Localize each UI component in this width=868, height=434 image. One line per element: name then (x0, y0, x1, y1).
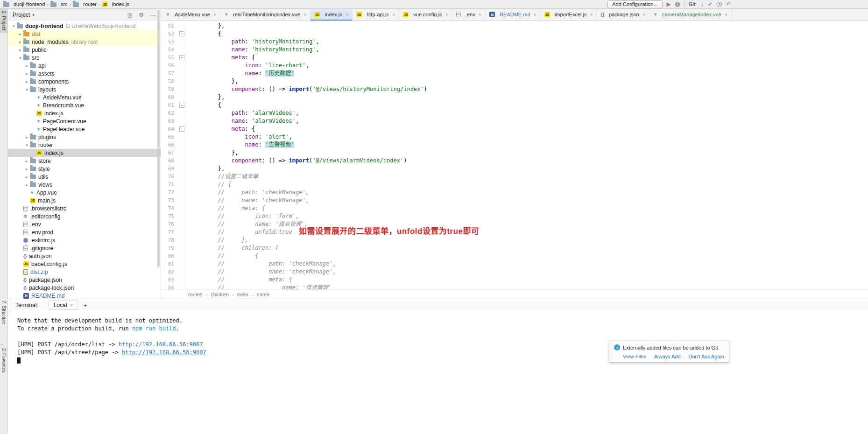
tree-item[interactable]: dist.zip (8, 268, 161, 276)
chevron-down-icon[interactable]: ▾ (17, 56, 23, 60)
tree-item[interactable]: ▸plugins (8, 133, 161, 141)
editor-tab[interactable]: JSvue.config.js× (399, 9, 452, 20)
tree-item[interactable]: ▾layouts (8, 85, 161, 93)
tree-item[interactable]: .env (8, 220, 161, 228)
editor-breadcrumb-item[interactable]: children (211, 292, 229, 297)
chevron-right-icon[interactable]: ▸ (24, 63, 30, 68)
chevron-right-icon[interactable]: ▸ (24, 182, 30, 187)
editor-tab[interactable]: JSimportExcel.js× (541, 9, 597, 20)
git-commit-icon[interactable]: ✔ (708, 1, 713, 7)
breadcrumb-item[interactable]: src (50, 1, 68, 7)
tree-item[interactable]: ▼AsideMenu.vue (8, 93, 161, 101)
tree-item[interactable]: {}auth.json (8, 252, 161, 260)
tree-item[interactable]: ▼PageHeader.vue (8, 125, 161, 133)
tree-item[interactable]: ▸store (8, 157, 161, 165)
chevron-right-icon[interactable]: ▸ (24, 167, 30, 171)
always-add-link[interactable]: Always Add (654, 354, 681, 359)
chevron-right-icon[interactable]: ▸ (17, 32, 23, 36)
tree-item[interactable]: .browserslistrc (8, 204, 161, 212)
tree-item[interactable]: JSindex.js (8, 149, 161, 157)
tree-item[interactable]: .env.prod (8, 228, 161, 236)
tree-item[interactable]: ▸style (8, 165, 161, 173)
breadcrumb-item[interactable]: JSindex.js (102, 1, 129, 7)
tree-item[interactable]: ▼PageContent.vue (8, 117, 161, 125)
editor-tab[interactable]: {}package.json× (597, 9, 649, 20)
rollback-icon[interactable]: ↶ (726, 1, 731, 7)
chevron-down-icon[interactable]: ▾ (24, 87, 30, 92)
editor-tab[interactable]: JShttp-api.js× (353, 9, 399, 20)
tree-item[interactable]: ▾src (8, 54, 161, 62)
tree-item[interactable]: .gitignore (8, 244, 161, 252)
toolwindow-favorites-button[interactable]: ☆ 2: Favorites (0, 338, 8, 375)
close-tab-icon[interactable]: × (725, 12, 727, 17)
close-tab-icon[interactable]: × (534, 12, 536, 17)
terminal-link[interactable]: http://192.168.66.56:9007 (119, 341, 203, 348)
chevron-right-icon[interactable]: ▸ (24, 175, 30, 179)
history-icon[interactable] (717, 2, 722, 7)
terminal-tab-local[interactable]: Local × (49, 301, 78, 310)
editor-tab[interactable]: ▼AsideMenu.vue× (162, 9, 220, 20)
git-update-icon[interactable]: ↓ (701, 1, 704, 7)
close-tab-icon[interactable]: × (445, 12, 448, 17)
close-tab-icon[interactable]: × (590, 12, 593, 17)
chevron-down-icon[interactable]: ▾ (11, 24, 17, 28)
tree-item[interactable]: .eslintrc.js (8, 236, 161, 244)
tree-item[interactable]: JSindex.js (8, 109, 161, 117)
chevron-right-icon[interactable]: ▸ (24, 135, 30, 140)
fold-icon[interactable] (178, 30, 186, 38)
fold-icon[interactable] (178, 101, 186, 109)
debug-icon[interactable] (675, 2, 680, 7)
tree-item[interactable]: ▼Breadcrumb.vue (8, 101, 161, 109)
locate-file-icon[interactable]: ◎ (127, 12, 132, 18)
tree-item[interactable]: ▸api (8, 62, 161, 70)
editor-tab[interactable]: ▼realTimeMonitoring\index.vue× (220, 9, 311, 20)
tree-item[interactable]: JSmain.js (8, 196, 161, 204)
tree-item[interactable]: ▸node_moduleslibrary root (8, 38, 161, 46)
editor-tab[interactable]: JSindex.js× (311, 9, 353, 20)
close-icon[interactable]: × (70, 302, 72, 308)
close-tab-icon[interactable]: × (303, 12, 306, 17)
toolwindow-structure-button[interactable]: 7: Structure (0, 299, 8, 328)
run-icon[interactable]: ▶ (667, 1, 671, 7)
toolwindow-project-button[interactable]: 1: Project (0, 9, 8, 33)
chevron-down-icon[interactable]: ▾ (24, 143, 30, 147)
add-configuration-button[interactable]: Add Configuration... (607, 0, 662, 8)
gear-icon[interactable]: ⚙ (139, 12, 144, 18)
tree-item[interactable]: ▾router (8, 141, 161, 149)
tree-item[interactable]: ▸dist (8, 30, 161, 38)
tree-item[interactable]: JSbabel.config.js (8, 260, 161, 268)
breadcrumb-item[interactable]: duoji-frontend (3, 1, 45, 7)
project-scrollbar[interactable] (157, 10, 160, 267)
fold-icon[interactable] (178, 125, 186, 133)
tree-item[interactable]: ▸assets (8, 70, 161, 77)
editor-tab[interactable]: ▼cameraManage\index.vue× (649, 9, 732, 20)
editor-breadcrumb-item[interactable]: routes (188, 292, 203, 297)
dont-ask-again-link[interactable]: Don't Ask Again (688, 354, 724, 359)
terminal-output[interactable]: Note that the development build is not o… (8, 311, 868, 434)
close-tab-icon[interactable]: × (642, 12, 645, 17)
editor-tab[interactable]: MREADME.md× (486, 9, 541, 20)
fold-icon[interactable] (178, 54, 186, 62)
tree-item[interactable]: ▸public (8, 46, 161, 54)
chevron-right-icon[interactable]: ▸ (24, 79, 30, 84)
chevron-right-icon[interactable]: ▸ (24, 71, 30, 76)
tree-item[interactable]: MREADME.md (8, 292, 161, 299)
close-tab-icon[interactable]: × (392, 12, 395, 17)
editor-breadcrumb-item[interactable]: name (257, 292, 270, 297)
chevron-right-icon[interactable]: ▸ (24, 159, 30, 163)
tree-item[interactable]: {}package-lock.json (8, 284, 161, 292)
new-terminal-icon[interactable]: + (84, 301, 87, 309)
tree-item[interactable]: ⚙.editorconfig (8, 212, 161, 220)
tree-item[interactable]: ▾duoji-frontendD:\zheheWeb\duoji-fronten… (8, 22, 161, 30)
chevron-right-icon[interactable]: ▸ (17, 40, 23, 44)
tree-item[interactable]: ▼App.vue (8, 189, 161, 196)
project-view-selector[interactable]: Project (13, 12, 30, 18)
close-tab-icon[interactable]: × (346, 12, 348, 17)
code-editor[interactable]: 51 },52 {53 path: 'historyMonitoring',54… (161, 21, 868, 289)
close-tab-icon[interactable]: × (213, 12, 216, 17)
terminal-link[interactable]: http://192.168.66.56:9007 (122, 349, 206, 356)
editor-tab[interactable]: .env× (452, 9, 486, 20)
tree-item[interactable]: ▸views (8, 181, 161, 189)
chevron-right-icon[interactable]: ▸ (17, 48, 23, 52)
close-tab-icon[interactable]: × (479, 12, 481, 17)
